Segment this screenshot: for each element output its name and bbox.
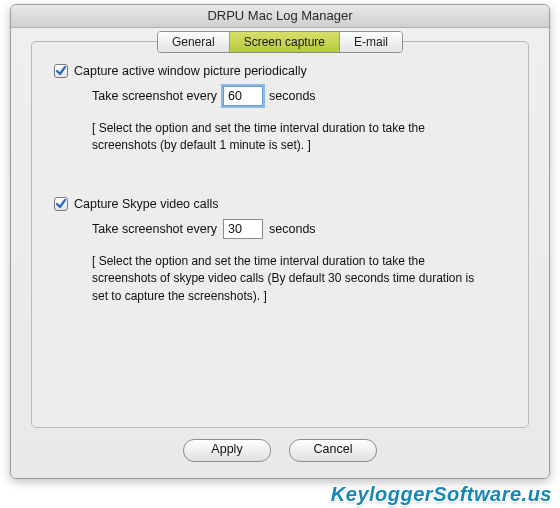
tab-general[interactable]: General — [158, 32, 230, 52]
apply-button-label: Apply — [211, 442, 242, 456]
capture-window-checkbox[interactable] — [54, 64, 68, 78]
check-icon — [55, 198, 67, 210]
capture-window-row: Capture active window picture periodical… — [54, 64, 506, 78]
take-prefix: Take screenshot every — [92, 89, 217, 103]
capture-window-section: Capture active window picture periodical… — [54, 64, 506, 155]
segmented-control: General Screen capture E-mail — [157, 31, 403, 53]
check-icon — [55, 65, 67, 77]
watermark-text: KeyloggerSoftware.us — [331, 483, 552, 506]
capture-skype-interval-input[interactable]: 30 — [223, 219, 263, 239]
cancel-button[interactable]: Cancel — [289, 439, 377, 462]
button-bar: Apply Cancel — [11, 439, 549, 462]
capture-skype-description: [ Select the option and set the time int… — [92, 253, 492, 305]
tab-screen-capture[interactable]: Screen capture — [230, 32, 340, 52]
content-pane: Capture active window picture periodical… — [31, 41, 529, 428]
window-title: DRPU Mac Log Manager — [207, 8, 352, 23]
take-suffix: seconds — [269, 222, 316, 236]
capture-skype-row: Capture Skype video calls — [54, 197, 506, 211]
capture-window-interval-row: Take screenshot every 60 seconds — [92, 86, 506, 106]
window-titlebar: DRPU Mac Log Manager — [11, 5, 549, 28]
capture-window-label: Capture active window picture periodical… — [74, 64, 307, 78]
tab-general-label: General — [172, 35, 215, 49]
apply-button[interactable]: Apply — [183, 439, 271, 462]
tab-bar: General Screen capture E-mail — [11, 31, 549, 53]
take-prefix: Take screenshot every — [92, 222, 217, 236]
capture-skype-label: Capture Skype video calls — [74, 197, 219, 211]
cancel-button-label: Cancel — [314, 442, 353, 456]
app-window: DRPU Mac Log Manager General Screen capt… — [10, 4, 550, 479]
tab-email[interactable]: E-mail — [340, 32, 402, 52]
capture-skype-interval-row: Take screenshot every 30 seconds — [92, 219, 506, 239]
capture-window-interval-input[interactable]: 60 — [223, 86, 263, 106]
capture-skype-section: Capture Skype video calls Take screensho… — [54, 197, 506, 305]
take-suffix: seconds — [269, 89, 316, 103]
capture-window-description: [ Select the option and set the time int… — [92, 120, 492, 155]
tab-screen-capture-label: Screen capture — [244, 35, 325, 49]
capture-skype-checkbox[interactable] — [54, 197, 68, 211]
tab-email-label: E-mail — [354, 35, 388, 49]
